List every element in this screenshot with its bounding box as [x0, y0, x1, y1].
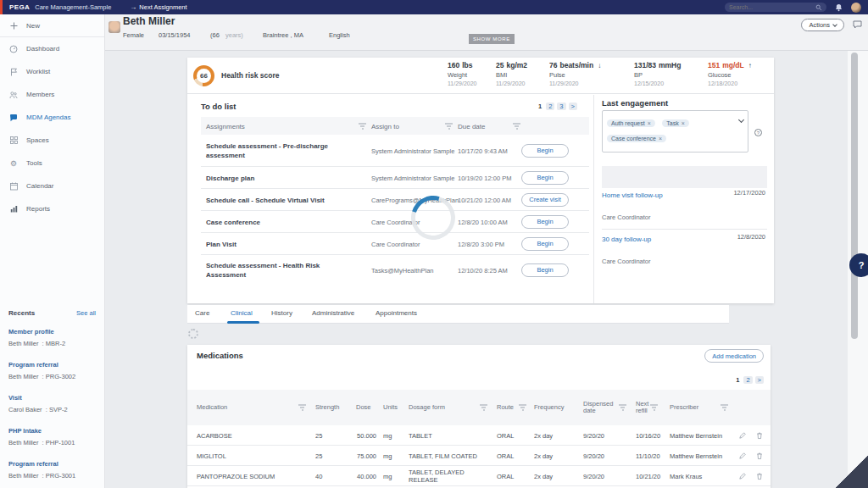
- todo-row: Schedule call - Schedule Virtual Visit C…: [201, 189, 589, 211]
- page-2[interactable]: 2: [546, 103, 554, 110]
- recent-item-link[interactable]: Program referral: [8, 458, 96, 470]
- delete-icon[interactable]: [756, 431, 763, 439]
- trend-down-icon: ↓: [598, 62, 601, 69]
- sidebar-item-spaces[interactable]: Spaces: [0, 129, 104, 152]
- chat-bubble-icon: [9, 114, 18, 122]
- engagement-filter-multiselect[interactable]: Auth request× Task× Case conference×: [602, 110, 748, 152]
- user-avatar[interactable]: [851, 3, 861, 13]
- member-tabs: Care Clinical History Administrative App…: [187, 305, 729, 324]
- panel-divider: [593, 95, 594, 303]
- tag-label: Task: [666, 120, 678, 126]
- sidebar-item-tools[interactable]: ⚙ Tools: [0, 152, 104, 175]
- filter-icon[interactable]: [298, 405, 306, 411]
- sidebar-item-worklist[interactable]: Worklist: [0, 60, 104, 83]
- create-visit-button[interactable]: Create visit: [521, 193, 569, 207]
- sidebar-item-reports[interactable]: Reports: [0, 197, 104, 220]
- actions-button[interactable]: Actions: [801, 19, 844, 31]
- show-more-button[interactable]: SHOW MORE: [469, 34, 515, 44]
- begin-button[interactable]: Begin: [521, 237, 569, 251]
- notifications-bell-icon[interactable]: [835, 3, 843, 12]
- help-icon[interactable]: ?: [754, 129, 762, 136]
- sidebar-item-calendar[interactable]: Calendar: [0, 175, 104, 197]
- delete-icon[interactable]: [756, 452, 763, 459]
- sidebar-item-dashboard[interactable]: Dashboard: [0, 37, 104, 60]
- global-search[interactable]: [725, 3, 826, 12]
- prescriber: Matthew Bernstein: [670, 431, 736, 439]
- filter-icon[interactable]: [619, 405, 626, 411]
- filter-icon[interactable]: [513, 123, 520, 129]
- page-next[interactable]: >: [755, 376, 764, 384]
- recent-item-link[interactable]: Member profile: [8, 326, 96, 338]
- due-date: 10/21/20 12:00 AM: [458, 196, 522, 203]
- help-fab-button[interactable]: ?: [849, 253, 868, 277]
- next-refill: 10/16/20: [636, 431, 666, 439]
- search-icon[interactable]: [815, 4, 822, 11]
- engagement-link[interactable]: 30 day follow-up: [602, 236, 651, 243]
- tab-care[interactable]: Care: [195, 309, 209, 317]
- sidebar-item-new[interactable]: New: [0, 14, 104, 37]
- sidebar-item-members[interactable]: Members: [0, 83, 104, 106]
- filter-icon[interactable]: [650, 405, 658, 411]
- tab-appointments[interactable]: Appointments: [376, 309, 417, 317]
- begin-button[interactable]: Begin: [521, 171, 569, 185]
- prescriber: Mark Kraus: [670, 472, 736, 480]
- filter-icon[interactable]: [721, 405, 728, 411]
- page-1[interactable]: 1: [537, 103, 543, 110]
- delete-icon[interactable]: [756, 472, 763, 480]
- dispensed-date: 9/20/20: [583, 431, 619, 439]
- patient-avatar: [108, 21, 120, 33]
- patient-name: Beth Miller: [123, 15, 175, 27]
- col-strength: Strength: [315, 404, 339, 411]
- todo-row: Schedule assessment - Health Risk Assess…: [201, 255, 589, 285]
- sidebar-item-label: Members: [26, 91, 54, 98]
- edit-icon[interactable]: [739, 432, 746, 439]
- recent-item-id: : MBR-2: [42, 340, 66, 347]
- add-medication-button[interactable]: Add medication: [704, 349, 764, 363]
- recents-panel: Recents See all Member profile Beth Mill…: [0, 309, 104, 482]
- dosage-form: TABLET, FILM COATED: [409, 452, 480, 459]
- medication-row: PANTOPRAZOLE SODIUM 40 40.000 mg TABLET,…: [187, 466, 771, 486]
- begin-button[interactable]: Begin: [521, 215, 569, 229]
- patient-location: Braintree , MA: [263, 31, 303, 39]
- tab-administrative[interactable]: Administrative: [312, 309, 354, 317]
- begin-button[interactable]: Begin: [521, 263, 569, 277]
- engagement-link[interactable]: Home visit follow-up: [602, 191, 663, 199]
- tab-history[interactable]: History: [271, 309, 292, 317]
- chevron-down-icon[interactable]: [738, 117, 744, 123]
- page-next[interactable]: >: [569, 103, 577, 110]
- sidebar-item-mdm-agendas[interactable]: MDM Agendas: [0, 106, 104, 129]
- recent-item-link[interactable]: Program referral: [8, 359, 96, 371]
- filter-icon[interactable]: [445, 123, 453, 129]
- patient-gender: Female: [123, 31, 144, 39]
- edit-icon[interactable]: [739, 452, 746, 459]
- page-2[interactable]: 2: [743, 376, 752, 384]
- assignment-name: Discharge plan: [206, 173, 359, 182]
- messages-icon[interactable]: [853, 20, 862, 29]
- tab-clinical[interactable]: Clinical: [231, 309, 253, 317]
- remove-tag-icon[interactable]: ×: [659, 136, 662, 141]
- see-all-link[interactable]: See all: [76, 309, 96, 317]
- scrollbar-thumb[interactable]: [851, 53, 858, 339]
- page-3[interactable]: 3: [557, 103, 565, 110]
- todo-row: Schedule assessment - Pre-discharge asse…: [201, 135, 589, 167]
- filter-icon[interactable]: [480, 405, 487, 411]
- recent-item: Member profile Beth Miller : MBR-2: [8, 326, 96, 350]
- dose: 50.000: [351, 431, 376, 439]
- remove-tag-icon[interactable]: ×: [648, 120, 651, 126]
- dosage-form: TABLET, DELAYED RELEASE: [409, 469, 493, 484]
- search-input[interactable]: [729, 4, 815, 10]
- active-tab-indicator: [227, 321, 259, 324]
- member-summary-card: 66 Health risk score 160lbs Weight 11/29…: [187, 58, 774, 303]
- frequency: 2x day: [534, 452, 553, 459]
- recent-item-link[interactable]: Visit: [8, 392, 96, 404]
- recent-item-link[interactable]: PHP Intake: [8, 425, 96, 437]
- edit-icon[interactable]: [739, 473, 746, 480]
- page-1[interactable]: 1: [734, 376, 741, 384]
- patient-header: Beth Miller Female 03/15/1954 (66 years)…: [105, 14, 868, 51]
- filter-icon[interactable]: [519, 405, 526, 411]
- begin-button[interactable]: Begin: [521, 144, 569, 158]
- remove-tag-icon[interactable]: ×: [682, 120, 685, 126]
- filter-icon[interactable]: [359, 123, 366, 129]
- top-bar: PEGA Care Management-Sample → Next Assig…: [0, 0, 868, 14]
- next-assignment-button[interactable]: → Next Assignment: [130, 3, 186, 11]
